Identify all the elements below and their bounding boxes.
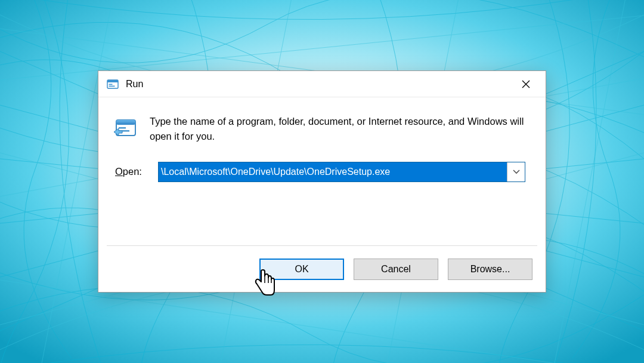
close-icon — [522, 80, 530, 88]
run-program-icon — [113, 115, 139, 141]
run-dialog: Run Type the name of a program, fo — [98, 70, 546, 293]
svg-rect-7 — [119, 127, 126, 129]
dialog-description: Type the name of a program, folder, docu… — [150, 114, 525, 144]
browse-button[interactable]: Browse... — [448, 259, 532, 280]
hand-pointer-cursor — [253, 269, 277, 297]
open-combobox[interactable] — [158, 162, 525, 182]
button-row: OK Cancel Browse... — [259, 259, 532, 280]
open-label: Open: — [115, 166, 158, 177]
chevron-down-icon — [513, 170, 520, 174]
run-dialog-icon — [107, 78, 119, 90]
open-input[interactable] — [159, 162, 507, 182]
svg-rect-3 — [109, 84, 113, 85]
dialog-title: Run — [126, 79, 512, 90]
close-button[interactable] — [512, 71, 540, 97]
svg-rect-2 — [107, 80, 118, 82]
svg-rect-4 — [109, 85, 115, 87]
svg-rect-6 — [116, 120, 135, 125]
cancel-button[interactable]: Cancel — [354, 259, 438, 280]
separator — [107, 245, 537, 246]
open-dropdown-button[interactable] — [507, 162, 525, 182]
titlebar[interactable]: Run — [98, 71, 546, 97]
